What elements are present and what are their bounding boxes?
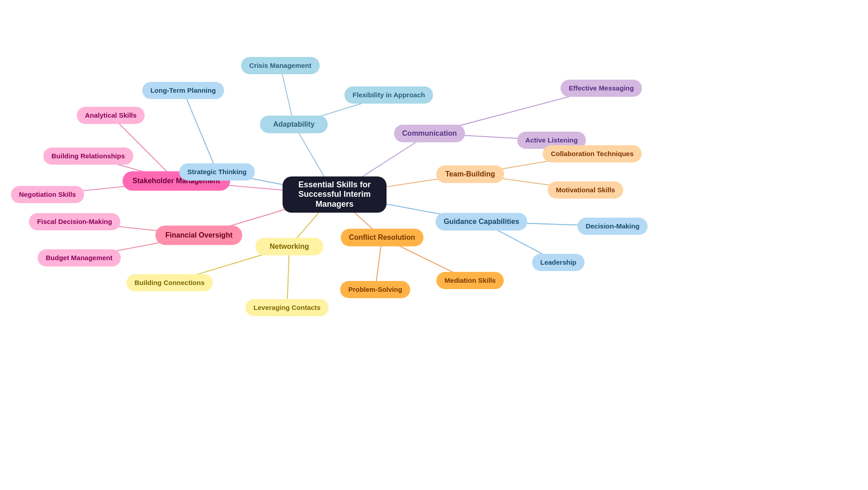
svg-line-17 — [287, 247, 289, 308]
connections-svg — [0, 0, 868, 490]
svg-line-11 — [183, 90, 217, 172]
node-leveraging: Leveraging Contacts — [245, 299, 329, 316]
node-problem-solving: Problem-Solving — [340, 281, 410, 298]
node-motivational: Motivational Skills — [548, 181, 623, 199]
center-node: Essential Skills for Successful Interim … — [283, 176, 387, 213]
node-collab: Collaboration Techniques — [542, 145, 642, 162]
node-strategic: Strategic Thinking — [179, 163, 255, 181]
node-mediation: Mediation Skills — [436, 272, 504, 289]
node-budget: Budget Management — [38, 249, 121, 266]
node-financial: Financial Oversight — [156, 225, 242, 245]
node-leadership: Leadership — [532, 254, 585, 271]
mindmap-container: Essential Skills for Successful Interim … — [0, 0, 868, 490]
node-long-term: Long-Term Planning — [142, 82, 224, 99]
node-conflict: Conflict Resolution — [341, 228, 424, 246]
node-team-building: Team-Building — [436, 165, 504, 183]
node-building-conn: Building Connections — [127, 274, 213, 291]
node-communication: Communication — [394, 124, 465, 142]
node-guidance: Guidance Capabilities — [435, 213, 527, 230]
node-decision-making: Decision-Making — [577, 218, 647, 235]
node-adaptability: Adaptability — [260, 115, 328, 133]
node-building-rel: Building Relationships — [43, 147, 133, 165]
node-flexibility: Flexibility in Approach — [344, 86, 433, 104]
node-effective-msg: Effective Messaging — [561, 80, 642, 97]
node-networking: Networking — [255, 238, 323, 255]
node-analytical: Analytical Skills — [77, 107, 145, 124]
node-fiscal: Fiscal Decision-Making — [29, 213, 120, 230]
node-crisis-mgmt: Crisis Management — [241, 57, 320, 74]
node-negotiation: Negotiation Skills — [11, 186, 84, 203]
